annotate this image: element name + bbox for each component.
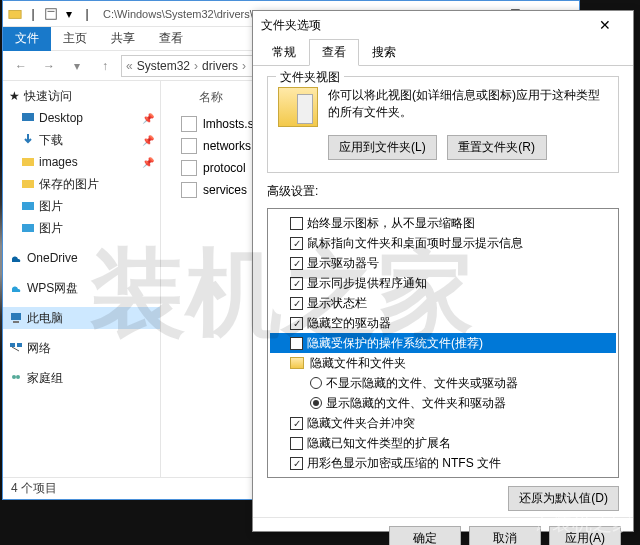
option-label: 显示状态栏	[307, 294, 367, 312]
option-label: 隐藏受保护的操作系统文件(推荐)	[307, 334, 483, 352]
reset-folders-button[interactable]: 重置文件夹(R)	[447, 135, 547, 160]
sidebar-item-network[interactable]: 网络	[3, 337, 160, 359]
advanced-option[interactable]: ✓隐藏空的驱动器	[270, 313, 616, 333]
sidebar-item-label: 图片	[39, 220, 63, 237]
tab-view[interactable]: 查看	[309, 39, 359, 66]
radio[interactable]	[310, 377, 322, 389]
checkbox[interactable]	[290, 217, 303, 230]
folder-views-group: 文件夹视图 你可以将此视图(如详细信息或图标)应用于这种类型的所有文件夹。 应用…	[267, 76, 619, 173]
close-button[interactable]: ✕	[585, 11, 625, 39]
svg-rect-6	[22, 202, 34, 210]
qat-separator: |	[79, 6, 95, 22]
advanced-option[interactable]: 显示隐藏的文件、文件夹和驱动器	[270, 393, 616, 413]
sidebar-item-label: 网络	[27, 340, 51, 357]
dialog-tabs: 常规 查看 搜索	[253, 39, 633, 66]
option-label: 隐藏已知文件类型的扩展名	[307, 434, 451, 452]
tab-file[interactable]: 文件	[3, 27, 51, 51]
up-button[interactable]: ↑	[93, 54, 117, 78]
sidebar-item-pictures2[interactable]: 图片	[3, 217, 160, 239]
group-label: 文件夹视图	[276, 69, 344, 86]
titlebar-path: C:\Windows\System32\drivers\etc	[103, 8, 267, 20]
tab-view[interactable]: 查看	[147, 26, 195, 51]
sidebar-item-images[interactable]: images📌	[3, 151, 160, 173]
file-name: services	[203, 183, 247, 197]
restore-defaults-button[interactable]: 还原为默认值(D)	[508, 486, 619, 511]
svg-point-14	[16, 375, 20, 379]
chevron-down-icon[interactable]: ▾	[61, 6, 77, 22]
checkbox[interactable]: ✓	[290, 237, 303, 250]
sidebar-item-quick-access[interactable]: ★ 快速访问	[3, 85, 160, 107]
svg-rect-10	[10, 343, 15, 347]
advanced-option[interactable]: 始终显示图标，从不显示缩略图	[270, 213, 616, 233]
breadcrumb[interactable]: System32	[133, 59, 194, 73]
sidebar-item-wps[interactable]: WPS网盘	[3, 277, 160, 299]
sidebar-item-downloads[interactable]: 下载📌	[3, 129, 160, 151]
file-icon	[181, 138, 197, 154]
svg-rect-3	[22, 113, 34, 121]
option-label: 隐藏文件夹合并冲突	[307, 414, 415, 432]
apply-to-folders-button[interactable]: 应用到文件夹(L)	[328, 135, 437, 160]
breadcrumb[interactable]: drivers	[198, 59, 242, 73]
advanced-option[interactable]: 隐藏受保护的操作系统文件(推荐)	[270, 333, 616, 353]
ok-button[interactable]: 确定	[389, 526, 461, 545]
checkbox[interactable]: ✓	[290, 297, 303, 310]
svg-rect-11	[17, 343, 22, 347]
properties-icon[interactable]	[43, 6, 59, 22]
sidebar-item-desktop[interactable]: Desktop📌	[3, 107, 160, 129]
back-button[interactable]: ←	[9, 54, 33, 78]
advanced-option[interactable]: 隐藏文件和文件夹	[270, 353, 616, 373]
apply-button[interactable]: 应用(A)	[549, 526, 621, 545]
sidebar-item-saved-pictures[interactable]: 保存的图片	[3, 173, 160, 195]
option-label: 用彩色显示加密或压缩的 NTFS 文件	[307, 454, 501, 472]
svg-rect-0	[9, 10, 21, 18]
cancel-button[interactable]: 取消	[469, 526, 541, 545]
chevron-down-icon[interactable]: ▾	[65, 54, 89, 78]
checkbox[interactable]: ✓	[290, 257, 303, 270]
sidebar-item-label: 家庭组	[27, 370, 63, 387]
sidebar-item-label: Desktop	[39, 111, 83, 125]
advanced-option[interactable]: 不显示隐藏的文件、文件夹或驱动器	[270, 373, 616, 393]
sidebar-item-homegroup[interactable]: 家庭组	[3, 367, 160, 389]
svg-rect-5	[22, 180, 34, 188]
advanced-option[interactable]: ✓显示驱动器号	[270, 253, 616, 273]
qat-separator: |	[25, 6, 41, 22]
file-icon	[181, 182, 197, 198]
advanced-settings-list[interactable]: 始终显示图标，从不显示缩略图✓鼠标指向文件夹和桌面项时显示提示信息✓显示驱动器号…	[267, 208, 619, 478]
folder-icon	[7, 6, 23, 22]
advanced-option[interactable]: ✓用彩色显示加密或压缩的 NTFS 文件	[270, 453, 616, 473]
svg-rect-8	[11, 313, 21, 320]
radio[interactable]	[310, 397, 322, 409]
file-icon	[181, 160, 197, 176]
tab-search[interactable]: 搜索	[359, 39, 409, 66]
tab-share[interactable]: 共享	[99, 26, 147, 51]
option-label: 显示驱动器号	[307, 254, 379, 272]
advanced-option[interactable]: ✓隐藏文件夹合并冲突	[270, 413, 616, 433]
folder-options-dialog: 文件夹选项 ✕ 常规 查看 搜索 文件夹视图 你可以将此视图(如详细信息或图标)…	[252, 10, 634, 532]
sidebar-item-this-pc[interactable]: 此电脑	[3, 307, 160, 329]
svg-rect-9	[13, 321, 19, 323]
checkbox[interactable]	[290, 337, 303, 350]
checkbox[interactable]: ✓	[290, 457, 303, 470]
checkbox[interactable]: ✓	[290, 277, 303, 290]
advanced-option[interactable]: 隐藏已知文件类型的扩展名	[270, 433, 616, 453]
dialog-title: 文件夹选项	[261, 17, 321, 34]
checkbox[interactable]: ✓	[290, 317, 303, 330]
option-label: 隐藏文件和文件夹	[310, 354, 406, 372]
svg-point-13	[12, 375, 16, 379]
forward-button[interactable]: →	[37, 54, 61, 78]
advanced-option[interactable]: ✓显示状态栏	[270, 293, 616, 313]
tab-general[interactable]: 常规	[259, 39, 309, 66]
file-icon	[181, 116, 197, 132]
sidebar-item-onedrive[interactable]: OneDrive	[3, 247, 160, 269]
sidebar-item-pictures[interactable]: 图片	[3, 195, 160, 217]
sidebar-item-label: 保存的图片	[39, 176, 99, 193]
sidebar-item-label: WPS网盘	[27, 280, 78, 297]
svg-rect-4	[22, 158, 34, 166]
checkbox[interactable]	[290, 437, 303, 450]
sidebar-item-label: 快速访问	[24, 88, 72, 105]
svg-rect-1	[46, 8, 57, 19]
tab-home[interactable]: 主页	[51, 26, 99, 51]
checkbox[interactable]: ✓	[290, 417, 303, 430]
advanced-option[interactable]: ✓鼠标指向文件夹和桌面项时显示提示信息	[270, 233, 616, 253]
advanced-option[interactable]: ✓显示同步提供程序通知	[270, 273, 616, 293]
